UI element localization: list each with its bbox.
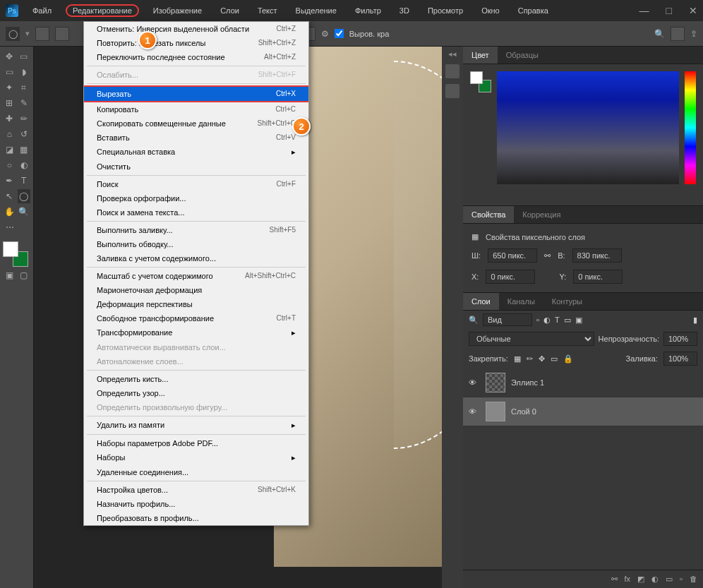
tab-color[interactable]: Цвет: [463, 47, 498, 64]
menu-toggle-last[interactable]: Переключить последнее состояниеAlt+Ctrl+…: [84, 50, 308, 64]
current-tool-icon[interactable]: ◯: [6, 27, 20, 41]
shape-stroke[interactable]: [55, 27, 69, 41]
frame-tool[interactable]: ⊞: [3, 96, 16, 110]
menu-cut[interactable]: ВырезатьCtrl+X: [84, 85, 308, 102]
visibility-icon[interactable]: 👁: [469, 407, 480, 416]
link-wh-icon[interactable]: ⚯: [544, 251, 551, 260]
eyedropper-tool[interactable]: ✎: [18, 96, 31, 110]
menu-paste-special[interactable]: Специальная вставка: [84, 145, 308, 160]
zoom-tool[interactable]: 🔍: [18, 205, 31, 219]
link-layers-icon[interactable]: ⚯: [611, 575, 618, 584]
heal-tool[interactable]: ✚: [3, 112, 16, 126]
close-icon[interactable]: ✕: [689, 5, 697, 16]
fill-field[interactable]: 100%: [663, 352, 697, 366]
menu-search[interactable]: ПоискCtrl+F: [84, 177, 308, 191]
dock-btn-1[interactable]: [445, 64, 459, 78]
layer-item[interactable]: 👁 Слой 0: [463, 397, 703, 426]
lasso-tool[interactable]: ◗: [18, 65, 31, 79]
lock-artboard-icon[interactable]: ▭: [551, 354, 558, 364]
color-swatches[interactable]: [3, 241, 28, 267]
move-tool[interactable]: ✥: [3, 49, 16, 64]
path-tool[interactable]: ↖: [3, 189, 16, 203]
menu-free-transform[interactable]: Свободное трансформированиеCtrl+T: [84, 311, 308, 325]
new-layer-icon[interactable]: ▫: [680, 575, 683, 584]
lock-move-icon[interactable]: ✥: [539, 354, 545, 364]
menu-select[interactable]: Выделение: [292, 5, 341, 16]
dock-btn-2[interactable]: [445, 84, 459, 98]
menu-undo[interactable]: Отменить: Инверсия выделенной областиCtr…: [84, 22, 308, 36]
menu-view[interactable]: Просмотр: [423, 5, 467, 16]
menu-color-settings[interactable]: Настройка цветов...Shift+Ctrl+K: [84, 483, 308, 497]
pen-tool[interactable]: ✒: [3, 174, 16, 188]
prop-x-field[interactable]: 0 пикс.: [486, 270, 535, 284]
menu-help[interactable]: Справка: [514, 5, 553, 16]
menu-3d[interactable]: 3D: [395, 5, 414, 16]
menu-type[interactable]: Текст: [253, 5, 282, 16]
filter-adj-icon[interactable]: ◐: [543, 316, 551, 325]
delete-icon[interactable]: 🗑: [690, 575, 697, 584]
tab-adjustments[interactable]: Коррекция: [514, 206, 569, 223]
shape-fill[interactable]: [35, 27, 49, 41]
menu-edit[interactable]: Редактирование: [66, 4, 139, 17]
tab-paths[interactable]: Контуры: [543, 293, 591, 310]
gear-icon[interactable]: ⚙: [321, 29, 329, 39]
share-icon[interactable]: ⇪: [690, 29, 697, 39]
visibility-icon[interactable]: 👁: [469, 378, 480, 387]
lock-all-icon[interactable]: ▦: [514, 354, 521, 364]
color-field[interactable]: [497, 71, 679, 184]
ellipse-tool[interactable]: ◯: [18, 189, 31, 203]
blend-mode-select[interactable]: Обычные: [469, 332, 594, 346]
menu-presets[interactable]: Наборы: [84, 450, 308, 465]
hand-tool[interactable]: ✋: [3, 205, 16, 219]
edit-toolbar[interactable]: ⋯: [3, 220, 17, 234]
adjustment-icon[interactable]: ◐: [651, 575, 659, 584]
menu-stroke[interactable]: Выполнить обводку...: [84, 237, 308, 251]
prop-w-field[interactable]: 650 пикс.: [488, 248, 537, 263]
menu-define-pattern[interactable]: Определить узор...: [84, 386, 308, 400]
maximize-icon[interactable]: □: [666, 5, 672, 16]
marquee-tool[interactable]: ▭: [3, 65, 16, 79]
tab-channels[interactable]: Каналы: [499, 293, 543, 310]
lock-icon[interactable]: 🔒: [563, 354, 573, 364]
quickmask-tool[interactable]: ▣: [3, 268, 16, 282]
menu-remote-conn[interactable]: Удаленные соединения...: [84, 465, 308, 479]
history-brush-tool[interactable]: ↺: [18, 127, 31, 141]
fx-icon[interactable]: fx: [625, 575, 631, 584]
hue-slider[interactable]: [685, 71, 696, 184]
menu-assign-profile[interactable]: Назначить профиль...: [84, 497, 308, 511]
filter-toggle[interactable]: ▮: [693, 316, 697, 325]
wand-tool[interactable]: ✦: [3, 80, 16, 95]
search-icon[interactable]: 🔍: [654, 29, 665, 39]
menu-copy[interactable]: КопироватьCtrl+C: [84, 102, 308, 116]
lock-brush-icon[interactable]: ✏: [527, 354, 533, 364]
dodge-tool[interactable]: ◐: [18, 158, 31, 172]
prop-y-field[interactable]: 0 пикс.: [573, 270, 623, 284]
menu-purge[interactable]: Удалить из памяти: [84, 418, 308, 433]
menu-layer[interactable]: Слои: [216, 5, 244, 16]
clone-tool[interactable]: ⌂: [3, 127, 16, 141]
menu-image[interactable]: Изображение: [149, 5, 206, 16]
menu-adobe-pdf[interactable]: Наборы параметров Adobe PDF...: [84, 436, 308, 450]
layer-filter-icon[interactable]: 🔍: [469, 316, 479, 325]
menu-file[interactable]: Файл: [28, 5, 56, 16]
filter-smart-icon[interactable]: ▣: [575, 316, 582, 325]
tab-layers[interactable]: Слои: [463, 293, 499, 310]
mask-icon[interactable]: ◩: [637, 575, 644, 584]
menu-puppet[interactable]: Марионеточная деформация: [84, 283, 308, 297]
menu-perspective[interactable]: Деформация перспективы: [84, 297, 308, 311]
panel-fg-color[interactable]: [470, 71, 483, 84]
menu-content-scale[interactable]: Масштаб с учетом содержимогоAlt+Shift+Ct…: [84, 269, 308, 283]
menu-copy-merged[interactable]: Скопировать совмещенные данныеShift+Ctrl…: [84, 116, 308, 131]
tab-properties[interactable]: Свойства: [463, 206, 514, 223]
menu-transform[interactable]: Трансформирование: [84, 325, 308, 340]
menu-clear[interactable]: Очистить: [84, 160, 308, 174]
group-icon[interactable]: ▭: [666, 575, 673, 584]
menu-content-fill[interactable]: Заливка с учетом содержимого...: [84, 251, 308, 265]
menu-window[interactable]: Окно: [477, 5, 504, 16]
foreground-color[interactable]: [3, 241, 18, 257]
filter-img-icon[interactable]: ▫: [536, 316, 539, 324]
artboard-tool[interactable]: ▭: [18, 49, 31, 64]
align-checkbox[interactable]: [335, 29, 344, 38]
menu-define-brush[interactable]: Определить кисть...: [84, 372, 308, 386]
filter-type-icon[interactable]: T: [555, 316, 560, 324]
